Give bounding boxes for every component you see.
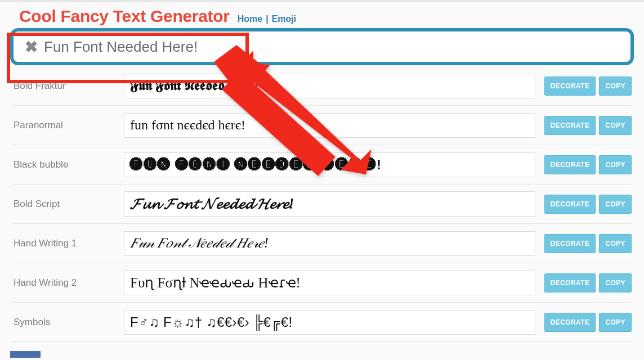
footer-stub xyxy=(10,351,41,358)
font-output-field[interactable]: 𝓕𝓾𝓷 𝓕𝓸𝓷𝓽 𝓝𝓮𝓮𝓭𝓮𝓭 𝓗𝓮𝓻𝓮! xyxy=(124,191,535,217)
decorate-button[interactable]: DECORATE xyxy=(544,76,596,96)
decorate-button[interactable]: DECORATE xyxy=(544,155,596,174)
main-text-input[interactable] xyxy=(41,38,625,56)
text-input-container: ✖ xyxy=(10,28,634,65)
row-actions: DECORATECOPY xyxy=(544,76,632,96)
font-style-label: Paranormal xyxy=(12,120,119,131)
font-row: Bold Script𝓕𝓾𝓷 𝓕𝓸𝓷𝓽 𝓝𝓮𝓮𝓭𝓮𝓭 𝓗𝓮𝓻𝓮!DECORATE… xyxy=(12,184,632,224)
decorate-button[interactable]: DECORATE xyxy=(544,313,596,332)
font-output-field[interactable]: fun fσnt nєєdєd hєrє! xyxy=(124,113,535,138)
copy-button[interactable]: COPY xyxy=(599,76,632,96)
font-output-field[interactable]: 𝕱𝖚𝖓 𝕱𝖔𝖓𝖙 𝕹𝖊𝖊𝖉𝖊𝖉 𝕳𝖊𝖗𝖊! xyxy=(124,74,535,98)
copy-button[interactable]: COPY xyxy=(599,234,632,253)
font-style-label: Black bubble xyxy=(12,159,119,170)
nav-home-link[interactable]: Home xyxy=(238,14,262,24)
font-style-label: Symbols xyxy=(12,317,119,328)
copy-button[interactable]: COPY xyxy=(599,313,632,332)
font-style-label: Bold Script xyxy=(12,199,119,210)
decorate-button[interactable]: DECORATE xyxy=(544,234,596,253)
font-output-field[interactable]: F♂♫ F☼♫† ♫€€›€› ╠€╔€! xyxy=(124,310,535,335)
font-row: Hand Writing 2Fυɳ Fσɳƚ Nҽҽԃҽԃ Hҽɾҽ!DECOR… xyxy=(12,263,632,303)
font-row: Paranormalfun fσnt nєєdєd hєrє!DECORATEC… xyxy=(12,106,632,145)
font-style-label: Bold Fraktur xyxy=(12,80,119,92)
row-actions: DECORATECOPY xyxy=(544,116,632,135)
font-row: SymbolsF♂♫ F☼♫† ♫€€›€› ╠€╔€!DECORATECOPY xyxy=(12,303,632,342)
copy-button[interactable]: COPY xyxy=(599,195,632,214)
font-row: Hand Writing 1𝐹𝓊𝓃 𝐹𝑜𝓃𝓉 𝒩𝑒𝑒𝒹𝑒𝒹 𝐻𝑒𝓇𝑒!DECOR… xyxy=(12,224,632,263)
font-output-field[interactable]: Fυɳ Fσɳƚ Nҽҽԃҽԃ Hҽɾҽ! xyxy=(124,271,535,295)
copy-button[interactable]: COPY xyxy=(599,116,632,135)
font-style-label: Hand Writing 1 xyxy=(12,238,119,249)
nav: Home | Emoji xyxy=(238,14,297,24)
font-row: Black bubble🅕🅤🅝 🅕🅞🅝🅣 🅝🅔🅔🅓🅔🅓 🅗🅔🅡🅔!DECORAT… xyxy=(12,145,632,184)
row-actions: DECORATECOPY xyxy=(544,234,632,253)
nav-emoji-link[interactable]: Emoji xyxy=(272,14,297,24)
row-actions: DECORATECOPY xyxy=(544,155,632,174)
decorate-button[interactable]: DECORATE xyxy=(544,273,596,292)
font-style-label: Hand Writing 2 xyxy=(12,277,119,289)
row-actions: DECORATECOPY xyxy=(544,273,632,292)
decorate-button[interactable]: DECORATE xyxy=(544,116,596,135)
clear-input-icon[interactable]: ✖ xyxy=(21,37,41,56)
font-row: Bold Fraktur𝕱𝖚𝖓 𝕱𝖔𝖓𝖙 𝕹𝖊𝖊𝖉𝖊𝖉 𝕳𝖊𝖗𝖊!DECORAT… xyxy=(12,66,632,106)
copy-button[interactable]: COPY xyxy=(599,155,632,174)
copy-button[interactable]: COPY xyxy=(599,273,632,292)
row-actions: DECORATECOPY xyxy=(544,313,632,332)
font-results-list: Bold Fraktur𝕱𝖚𝖓 𝕱𝖔𝖓𝖙 𝕹𝖊𝖊𝖉𝖊𝖉 𝕳𝖊𝖗𝖊!DECORAT… xyxy=(0,66,644,342)
font-output-field[interactable]: 𝐹𝓊𝓃 𝐹𝑜𝓃𝓉 𝒩𝑒𝑒𝒹𝑒𝒹 𝐻𝑒𝓇𝑒! xyxy=(124,231,535,256)
decorate-button[interactable]: DECORATE xyxy=(544,195,596,214)
nav-separator: | xyxy=(266,14,268,24)
row-actions: DECORATECOPY xyxy=(544,195,632,214)
header: Cool Fancy Text Generator Home | Emoji xyxy=(0,2,644,26)
site-title: Cool Fancy Text Generator xyxy=(19,7,230,26)
font-output-field[interactable]: 🅕🅤🅝 🅕🅞🅝🅣 🅝🅔🅔🅓🅔🅓 🅗🅔🅡🅔! xyxy=(124,152,535,177)
